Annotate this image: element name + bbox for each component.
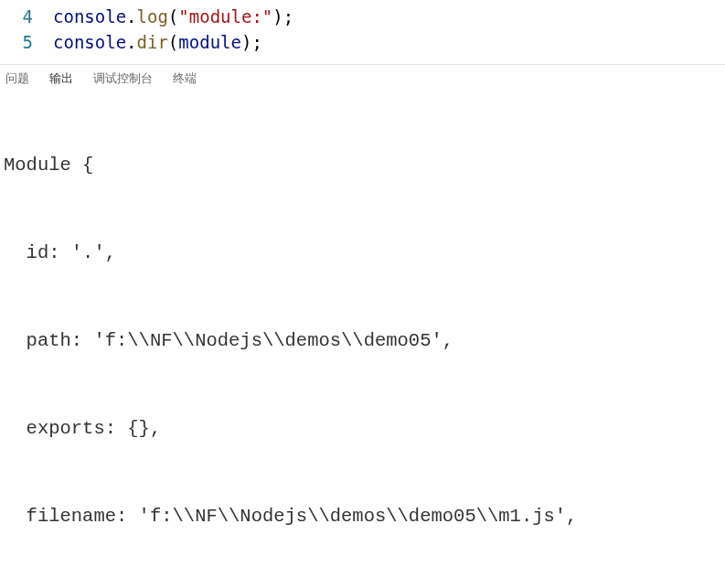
line-number: 4	[0, 4, 53, 29]
code-line[interactable]: 4 console.log("module:");	[0, 4, 725, 29]
code-content: console.dir(module);	[53, 29, 262, 55]
code-line[interactable]: 5 console.dir(module);	[0, 29, 725, 55]
line-number: 5	[0, 29, 53, 55]
tab-problems[interactable]: 问题	[5, 70, 29, 87]
code-editor[interactable]: 4 console.log("module:"); 5 console.dir(…	[0, 0, 725, 64]
tab-debug-console[interactable]: 调试控制台	[93, 70, 153, 87]
terminal-line: id: '.',	[4, 239, 720, 268]
terminal-line: Module {	[4, 151, 720, 180]
tab-terminal[interactable]: 终端	[173, 70, 197, 87]
terminal-line: filename: 'f:\\NF\\Nodejs\\demos\\demo05…	[4, 502, 720, 531]
panel-tabs: 问题 输出 调试控制台 终端	[0, 64, 725, 92]
terminal-output[interactable]: Module { id: '.', path: 'f:\\NF\\Nodejs\…	[0, 92, 725, 588]
terminal-line: exports: {},	[4, 414, 720, 444]
terminal-line: path: 'f:\\NF\\Nodejs\\demos\\demo05',	[4, 326, 720, 356]
code-content: console.log("module:");	[53, 4, 293, 29]
tab-output[interactable]: 输出	[49, 70, 73, 87]
